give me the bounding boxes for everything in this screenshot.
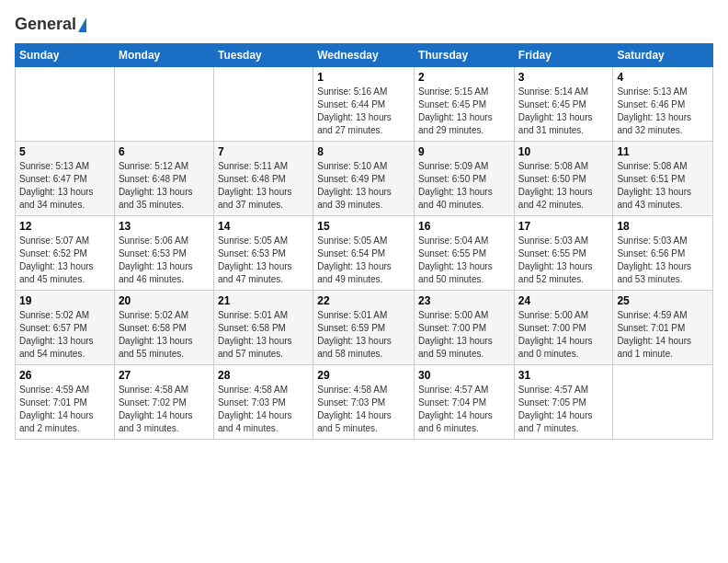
day-number: 17	[518, 220, 609, 233]
calendar-cell: 7Sunrise: 5:11 AM Sunset: 6:48 PM Daylig…	[213, 142, 313, 216]
calendar-header-row: SundayMondayTuesdayWednesdayThursdayFrid…	[16, 44, 713, 67]
day-info: Sunrise: 5:00 AM Sunset: 7:00 PM Dayligh…	[418, 309, 510, 361]
day-number: 30	[418, 369, 510, 382]
day-info: Sunrise: 4:57 AM Sunset: 7:05 PM Dayligh…	[518, 384, 609, 435]
day-info: Sunrise: 5:02 AM Sunset: 6:57 PM Dayligh…	[19, 309, 110, 361]
calendar-week-1: 1Sunrise: 5:16 AM Sunset: 6:44 PM Daylig…	[16, 67, 713, 142]
day-info: Sunrise: 5:00 AM Sunset: 7:00 PM Dayligh…	[518, 309, 609, 361]
day-info: Sunrise: 5:01 AM Sunset: 6:59 PM Dayligh…	[317, 309, 410, 361]
day-number: 13	[119, 220, 210, 233]
calendar-cell: 3Sunrise: 5:14 AM Sunset: 6:45 PM Daylig…	[514, 67, 613, 142]
day-number: 5	[19, 145, 110, 158]
day-number: 31	[518, 369, 609, 382]
day-number: 18	[617, 220, 709, 233]
day-number: 3	[518, 71, 609, 84]
logo-icon	[78, 17, 86, 32]
calendar-cell: 19Sunrise: 5:02 AM Sunset: 6:57 PM Dayli…	[16, 291, 115, 365]
calendar-cell: 20Sunrise: 5:02 AM Sunset: 6:58 PM Dayli…	[114, 291, 213, 365]
day-info: Sunrise: 5:08 AM Sunset: 6:51 PM Dayligh…	[617, 160, 709, 212]
calendar-cell: 13Sunrise: 5:06 AM Sunset: 6:53 PM Dayli…	[114, 216, 213, 291]
day-info: Sunrise: 4:59 AM Sunset: 7:01 PM Dayligh…	[19, 384, 110, 435]
day-info: Sunrise: 4:59 AM Sunset: 7:01 PM Dayligh…	[617, 309, 709, 361]
calendar-cell: 31Sunrise: 4:57 AM Sunset: 7:05 PM Dayli…	[514, 365, 613, 440]
calendar-week-3: 12Sunrise: 5:07 AM Sunset: 6:52 PM Dayli…	[16, 216, 713, 291]
day-info: Sunrise: 5:02 AM Sunset: 6:58 PM Dayligh…	[119, 309, 210, 361]
day-info: Sunrise: 5:16 AM Sunset: 6:44 PM Dayligh…	[317, 86, 410, 137]
day-number: 25	[617, 294, 709, 307]
day-number: 1	[317, 71, 410, 84]
day-info: Sunrise: 5:13 AM Sunset: 6:46 PM Dayligh…	[617, 86, 709, 137]
day-number: 14	[218, 220, 309, 233]
day-info: Sunrise: 5:10 AM Sunset: 6:49 PM Dayligh…	[317, 160, 410, 212]
calendar-cell	[114, 67, 213, 142]
day-info: Sunrise: 5:15 AM Sunset: 6:45 PM Dayligh…	[418, 86, 510, 137]
calendar-cell: 11Sunrise: 5:08 AM Sunset: 6:51 PM Dayli…	[613, 142, 713, 216]
logo-general: General	[15, 15, 76, 34]
calendar-week-2: 5Sunrise: 5:13 AM Sunset: 6:47 PM Daylig…	[16, 142, 713, 216]
day-number: 6	[119, 145, 210, 158]
day-number: 9	[418, 145, 510, 158]
day-info: Sunrise: 4:58 AM Sunset: 7:02 PM Dayligh…	[119, 384, 210, 435]
day-info: Sunrise: 4:58 AM Sunset: 7:03 PM Dayligh…	[317, 384, 410, 435]
day-info: Sunrise: 4:57 AM Sunset: 7:04 PM Dayligh…	[418, 384, 510, 435]
day-number: 23	[418, 294, 510, 307]
calendar-week-5: 26Sunrise: 4:59 AM Sunset: 7:01 PM Dayli…	[16, 365, 713, 440]
calendar-cell: 21Sunrise: 5:01 AM Sunset: 6:58 PM Dayli…	[213, 291, 313, 365]
calendar-header-tuesday: Tuesday	[213, 44, 313, 67]
page-header: General	[15, 15, 713, 34]
calendar-cell: 15Sunrise: 5:05 AM Sunset: 6:54 PM Dayli…	[313, 216, 415, 291]
day-number: 4	[617, 71, 709, 84]
day-info: Sunrise: 5:11 AM Sunset: 6:48 PM Dayligh…	[218, 160, 309, 212]
day-number: 24	[518, 294, 609, 307]
calendar-table: SundayMondayTuesdayWednesdayThursdayFrid…	[15, 43, 713, 440]
calendar-cell	[16, 67, 115, 142]
day-info: Sunrise: 5:09 AM Sunset: 6:50 PM Dayligh…	[418, 160, 510, 212]
calendar-header-thursday: Thursday	[415, 44, 515, 67]
calendar-cell: 12Sunrise: 5:07 AM Sunset: 6:52 PM Dayli…	[16, 216, 115, 291]
calendar-cell: 5Sunrise: 5:13 AM Sunset: 6:47 PM Daylig…	[16, 142, 115, 216]
day-number: 20	[119, 294, 210, 307]
day-number: 26	[19, 369, 110, 382]
calendar-cell	[213, 67, 313, 142]
calendar-cell	[613, 365, 713, 440]
calendar-cell: 10Sunrise: 5:08 AM Sunset: 6:50 PM Dayli…	[514, 142, 613, 216]
calendar-cell: 24Sunrise: 5:00 AM Sunset: 7:00 PM Dayli…	[514, 291, 613, 365]
calendar-cell: 8Sunrise: 5:10 AM Sunset: 6:49 PM Daylig…	[313, 142, 415, 216]
day-info: Sunrise: 5:03 AM Sunset: 6:55 PM Dayligh…	[518, 235, 609, 286]
day-number: 28	[218, 369, 309, 382]
calendar-header-saturday: Saturday	[613, 44, 713, 67]
calendar-header-monday: Monday	[114, 44, 213, 67]
calendar-cell: 4Sunrise: 5:13 AM Sunset: 6:46 PM Daylig…	[613, 67, 713, 142]
calendar-cell: 18Sunrise: 5:03 AM Sunset: 6:56 PM Dayli…	[613, 216, 713, 291]
day-info: Sunrise: 5:06 AM Sunset: 6:53 PM Dayligh…	[119, 235, 210, 286]
day-number: 2	[418, 71, 510, 84]
day-info: Sunrise: 5:08 AM Sunset: 6:50 PM Dayligh…	[518, 160, 609, 212]
calendar-cell: 2Sunrise: 5:15 AM Sunset: 6:45 PM Daylig…	[415, 67, 515, 142]
day-info: Sunrise: 5:03 AM Sunset: 6:56 PM Dayligh…	[617, 235, 709, 286]
day-number: 10	[518, 145, 609, 158]
calendar-cell: 29Sunrise: 4:58 AM Sunset: 7:03 PM Dayli…	[313, 365, 415, 440]
calendar-cell: 14Sunrise: 5:05 AM Sunset: 6:53 PM Dayli…	[213, 216, 313, 291]
day-info: Sunrise: 5:05 AM Sunset: 6:53 PM Dayligh…	[218, 235, 309, 286]
day-info: Sunrise: 5:14 AM Sunset: 6:45 PM Dayligh…	[518, 86, 609, 137]
day-number: 27	[119, 369, 210, 382]
calendar-cell: 26Sunrise: 4:59 AM Sunset: 7:01 PM Dayli…	[16, 365, 115, 440]
calendar-cell: 1Sunrise: 5:16 AM Sunset: 6:44 PM Daylig…	[313, 67, 415, 142]
calendar-header-wednesday: Wednesday	[313, 44, 415, 67]
day-info: Sunrise: 5:12 AM Sunset: 6:48 PM Dayligh…	[119, 160, 210, 212]
day-number: 7	[218, 145, 309, 158]
day-info: Sunrise: 5:05 AM Sunset: 6:54 PM Dayligh…	[317, 235, 410, 286]
day-number: 11	[617, 145, 709, 158]
calendar-cell: 27Sunrise: 4:58 AM Sunset: 7:02 PM Dayli…	[114, 365, 213, 440]
day-number: 16	[418, 220, 510, 233]
day-number: 21	[218, 294, 309, 307]
day-info: Sunrise: 4:58 AM Sunset: 7:03 PM Dayligh…	[218, 384, 309, 435]
day-number: 12	[19, 220, 110, 233]
day-info: Sunrise: 5:04 AM Sunset: 6:55 PM Dayligh…	[418, 235, 510, 286]
calendar-cell: 28Sunrise: 4:58 AM Sunset: 7:03 PM Dayli…	[213, 365, 313, 440]
day-info: Sunrise: 5:13 AM Sunset: 6:47 PM Dayligh…	[19, 160, 110, 212]
calendar-cell: 6Sunrise: 5:12 AM Sunset: 6:48 PM Daylig…	[114, 142, 213, 216]
calendar-cell: 9Sunrise: 5:09 AM Sunset: 6:50 PM Daylig…	[415, 142, 515, 216]
day-number: 29	[317, 369, 410, 382]
calendar-cell: 30Sunrise: 4:57 AM Sunset: 7:04 PM Dayli…	[415, 365, 515, 440]
